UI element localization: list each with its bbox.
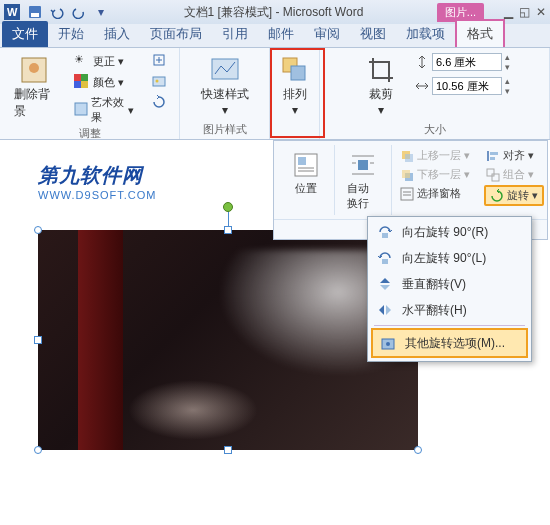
ribbon-tabs: 文件 开始 插入 页面布局 引用 邮件 审阅 视图 加载项 格式 [0,24,550,48]
tab-file[interactable]: 文件 [2,21,48,47]
watermark-line2: WWW.D9SOFT.COM [38,189,157,201]
send-backward-button[interactable]: 下移一层▾ [398,166,472,183]
watermark: 第九软件网 WWW.D9SOFT.COM [38,162,157,201]
tab-layout[interactable]: 页面布局 [140,21,212,47]
brightness-icon: ☀ [74,53,90,69]
group-picture-styles: 快速样式▾ 图片样式 [180,48,270,139]
handle-t[interactable] [224,226,232,234]
width-input[interactable] [432,77,502,95]
reset-pic-button[interactable] [149,94,171,112]
menu-rotate-right[interactable]: 向右旋转 90°(R) [370,219,529,245]
svg-rect-37 [492,174,499,181]
qat-dropdown[interactable]: ▾ [92,3,110,21]
svg-rect-29 [402,170,410,178]
svg-text:W: W [7,6,18,18]
svg-rect-14 [212,59,238,79]
position-button[interactable]: 位置 [284,147,328,198]
arrange-button[interactable]: 排列▾ [273,52,317,119]
svg-rect-10 [75,103,87,115]
change-pic-icon [152,74,168,90]
menu-flip-vertical[interactable]: 垂直翻转(V) [370,271,529,297]
rotate-button[interactable]: 旋转▾ [484,185,544,206]
menu-more-rotation[interactable]: 其他旋转选项(M)... [371,328,528,358]
svg-rect-38 [382,233,388,238]
remove-bg-button[interactable]: 删除背景 [8,52,61,122]
menu-rotate-left[interactable]: 向左旋转 90°(L) [370,245,529,271]
window-controls: ▁ ◱ ✕ [504,5,546,19]
svg-rect-7 [81,74,88,81]
svg-rect-34 [490,152,498,155]
arrange-icon [279,54,311,86]
tab-view[interactable]: 视图 [350,21,396,47]
selection-icon [400,187,414,201]
tab-format[interactable]: 格式 [455,19,505,47]
tab-insert[interactable]: 插入 [94,21,140,47]
handle-l[interactable] [34,336,42,344]
menu-flip-horizontal[interactable]: 水平翻转(H) [370,297,529,323]
corrections-button[interactable]: ☀更正▾ [71,52,137,70]
group-button[interactable]: 组合▾ [484,166,544,183]
handle-tl[interactable] [34,226,42,234]
svg-rect-27 [405,154,413,162]
tab-home[interactable]: 开始 [48,21,94,47]
wrap-group: 自动换行 [335,145,392,215]
group-arrange: 排列▾ [270,48,320,139]
wrap-icon [347,149,379,181]
stepper-icon[interactable]: ▴▾ [505,52,510,72]
handle-br[interactable] [414,446,422,454]
svg-rect-9 [81,81,88,88]
position-group: 位置 [278,145,335,215]
rotate-dropdown: 向右旋转 90°(R) 向左旋转 90°(L) 垂直翻转(V) 水平翻转(H) … [367,216,532,362]
tab-references[interactable]: 引用 [212,21,258,47]
crop-icon [365,54,397,86]
tab-addins[interactable]: 加载项 [396,21,455,47]
close-button[interactable]: ✕ [536,5,546,19]
redo-button[interactable] [70,3,88,21]
svg-point-13 [156,80,159,83]
selected-image[interactable] [38,230,418,450]
svg-rect-18 [298,157,306,165]
change-pic-button[interactable] [149,73,171,91]
layer-group: 上移一层▾ 下移一层▾ 选择窗格 [392,145,478,215]
tab-review[interactable]: 审阅 [304,21,350,47]
stepper-icon[interactable]: ▴▾ [505,76,510,96]
rotation-handle[interactable] [223,202,233,212]
image-content [38,230,418,450]
artistic-button[interactable]: 艺术效果▾ [71,94,137,126]
tab-mail[interactable]: 邮件 [258,21,304,47]
adjust-label: 调整 [79,126,101,141]
handle-bl[interactable] [34,446,42,454]
rotate-icon [490,189,504,203]
svg-rect-6 [74,74,81,81]
svg-rect-30 [401,188,413,200]
height-input[interactable] [432,53,502,71]
svg-point-5 [29,63,39,73]
handle-b[interactable] [224,446,232,454]
svg-rect-12 [153,77,165,86]
compress-button[interactable] [149,52,171,70]
undo-button[interactable] [48,3,66,21]
svg-rect-36 [487,169,494,176]
quick-styles-button[interactable]: 快速样式▾ [195,52,255,119]
svg-rect-39 [382,259,388,264]
align-button[interactable]: 对齐▾ [484,147,544,164]
svg-rect-8 [74,81,81,88]
height-icon [415,55,429,69]
minimize-button[interactable]: ▁ [504,5,513,19]
save-button[interactable] [26,3,44,21]
rotate-right-icon [376,223,394,241]
svg-rect-21 [358,160,368,170]
group-adjust: 删除背景 ☀更正▾ 颜色▾ 艺术效果▾ 调整 [0,48,180,139]
picture-styles-label: 图片样式 [203,122,247,137]
backward-icon [400,168,414,182]
wrap-text-button[interactable]: 自动换行 [341,147,385,213]
color-button[interactable]: 颜色▾ [71,73,137,91]
restore-button[interactable]: ◱ [519,5,530,19]
svg-rect-16 [291,66,305,80]
quick-styles-icon [209,54,241,86]
artistic-icon [74,102,88,118]
quick-access-toolbar: ▾ [26,3,110,21]
selection-pane-button[interactable]: 选择窗格 [398,185,472,202]
bring-forward-button[interactable]: 上移一层▾ [398,147,472,164]
crop-button[interactable]: 裁剪▾ [359,52,403,119]
